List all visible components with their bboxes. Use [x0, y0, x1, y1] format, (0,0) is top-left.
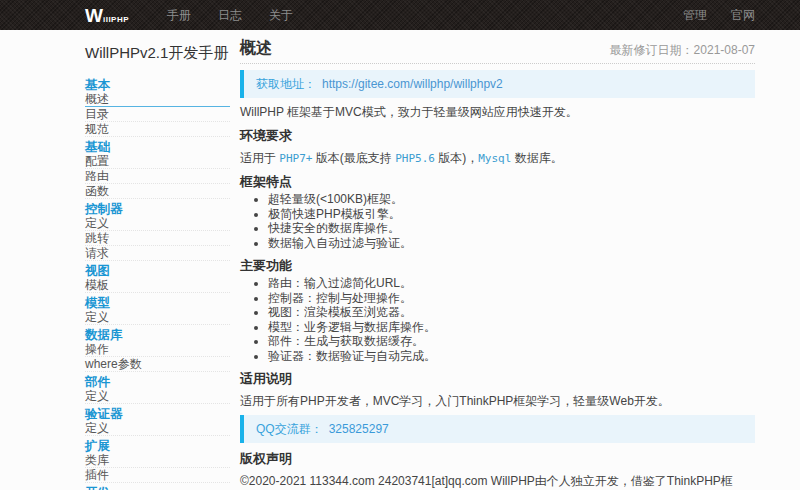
sidebar-category: 控制器 — [85, 200, 230, 216]
top-navbar: WillPHP 手册 日志 关于 管理 官网 — [0, 0, 800, 30]
logo-big: W — [85, 6, 103, 25]
usage-text: 适用于所有PHP开发者，MVC学习，入门ThinkPHP框架学习，轻量级Web开… — [240, 394, 755, 409]
sidebar-item[interactable]: 配置 — [85, 154, 230, 169]
main-content: 概述 最新修订日期：2021-08-07 获取地址：https://gitee.… — [240, 30, 755, 490]
list-item: 快捷安全的数据库操作。 — [268, 222, 755, 236]
env-text-part: 适用于 — [240, 151, 279, 165]
sidebar-item[interactable]: 定义 — [85, 216, 230, 231]
section-heading-usage: 适用说明 — [240, 371, 755, 387]
nav-item-about[interactable]: 关于 — [269, 7, 293, 24]
list-item: 超轻量级(<100KB)框架。 — [268, 193, 755, 207]
logo-small: illPHP — [103, 15, 129, 24]
page-header: 概述 最新修订日期：2021-08-07 — [240, 38, 755, 64]
sidebar-category: 视图 — [85, 262, 230, 278]
sidebar-category: 基础 — [85, 138, 230, 154]
logo[interactable]: WillPHP — [85, 6, 129, 25]
env-text-part: 数据库。 — [511, 151, 562, 165]
sidebar-category: 验证器 — [85, 405, 230, 421]
sidebar-item[interactable]: 模板 — [85, 278, 230, 293]
sidebar-item[interactable]: 定义 — [85, 421, 230, 436]
nav-item-log[interactable]: 日志 — [218, 7, 242, 24]
sidebar-title: WillPHPv2.1开发手册 — [85, 44, 230, 63]
section-heading-features: 框架特点 — [240, 174, 755, 190]
sidebar-item[interactable]: 插件 — [85, 468, 230, 483]
qq-group-label: QQ交流群： — [256, 422, 323, 436]
section-heading-environment: 环境要求 — [240, 128, 755, 144]
list-item: 数据输入自动过滤与验证。 — [268, 237, 755, 251]
nav-item-manual[interactable]: 手册 — [167, 7, 191, 24]
sidebar-category: 开发 — [85, 484, 230, 490]
sidebar-item[interactable]: 路由 — [85, 169, 230, 184]
nav-item-official-site[interactable]: 官网 — [731, 7, 755, 24]
sidebar-category: 数据库 — [85, 326, 230, 342]
sidebar-item[interactable]: 目录 — [85, 107, 230, 122]
last-modified-date-top: 最新修订日期：2021-08-07 — [610, 42, 755, 59]
sidebar-item[interactable]: 操作 — [85, 342, 230, 357]
nav-item-admin[interactable]: 管理 — [683, 7, 707, 24]
sidebar-category: 部件 — [85, 373, 230, 389]
sidebar-item[interactable]: 规范 — [85, 122, 230, 137]
section-heading-copyright: 版权声明 — [240, 451, 755, 467]
features-list: 超轻量级(<100KB)框架。 极简快速PHP模板引擎。 快捷安全的数据库操作。… — [240, 193, 755, 250]
list-item: 验证器：数据验证与自动完成。 — [268, 350, 755, 364]
functions-list: 路由：输入过滤简化URL。 控制器：控制与处理操作。 视图：渲染模板至浏览器。 … — [240, 277, 755, 363]
qq-group-number: 325825297 — [329, 422, 389, 436]
list-item: 部件：生成与获取数据缓存。 — [268, 335, 755, 349]
sidebar-item-active[interactable]: 概述 — [85, 92, 230, 107]
list-item: 控制器：控制与处理操作。 — [268, 292, 755, 306]
sidebar-category: 模型 — [85, 294, 230, 310]
sidebar-category: 扩展 — [85, 437, 230, 453]
sidebar-item[interactable]: 函数 — [85, 184, 230, 199]
sidebar-item[interactable]: 定义 — [85, 389, 230, 404]
navbar-inner: WillPHP 手册 日志 关于 管理 官网 — [85, 6, 755, 25]
sidebar-category: 基本 — [85, 76, 230, 92]
page-layout: WillPHPv2.1开发手册 基本 概述 目录 规范 基础 配置 路由 函数 … — [85, 30, 755, 490]
copyright-text: ©2020-2021 113344.com 24203741[at]qq.com… — [240, 474, 755, 490]
list-item: 路由：输入过滤简化URL。 — [268, 277, 755, 291]
sidebar-item[interactable]: where参数 — [85, 357, 230, 372]
gitee-link[interactable]: https://gitee.com/willphp/willphpv2 — [322, 77, 503, 91]
sidebar: WillPHPv2.1开发手册 基本 概述 目录 规范 基础 配置 路由 函数 … — [85, 30, 230, 490]
qq-group-box: QQ交流群：325825297 — [240, 415, 755, 443]
list-item: 极简快速PHP模板引擎。 — [268, 208, 755, 222]
section-heading-functions: 主要功能 — [240, 258, 755, 274]
list-item: 视图：渲染模板至浏览器。 — [268, 306, 755, 320]
sidebar-item[interactable]: 类库 — [85, 453, 230, 468]
code-php7: PHP7+ — [279, 152, 312, 165]
sidebar-item[interactable]: 请求 — [85, 246, 230, 261]
env-text-part: 版本(最底支持 — [312, 151, 395, 165]
sidebar-item[interactable]: 定义 — [85, 310, 230, 325]
intro-text: WillPHP 框架基于MVC模式，致力于轻量级网站应用快速开发。 — [240, 105, 755, 120]
code-mysql: Mysql — [478, 152, 511, 165]
env-text-part: 版本)， — [435, 151, 478, 165]
navbar-menu: 手册 日志 关于 — [167, 7, 293, 24]
environment-text: 适用于 PHP7+ 版本(最底支持 PHP5.6 版本)，Mysql 数据库。 — [240, 151, 755, 166]
navbar-right-menu: 管理 官网 — [683, 7, 755, 24]
code-php56: PHP5.6 — [395, 152, 435, 165]
download-address-box: 获取地址：https://gitee.com/willphp/willphpv2 — [240, 70, 755, 98]
list-item: 模型：业务逻辑与数据库操作。 — [268, 321, 755, 335]
sidebar-item[interactable]: 跳转 — [85, 231, 230, 246]
download-address-label: 获取地址： — [256, 77, 316, 91]
page-title: 概述 — [240, 38, 272, 59]
